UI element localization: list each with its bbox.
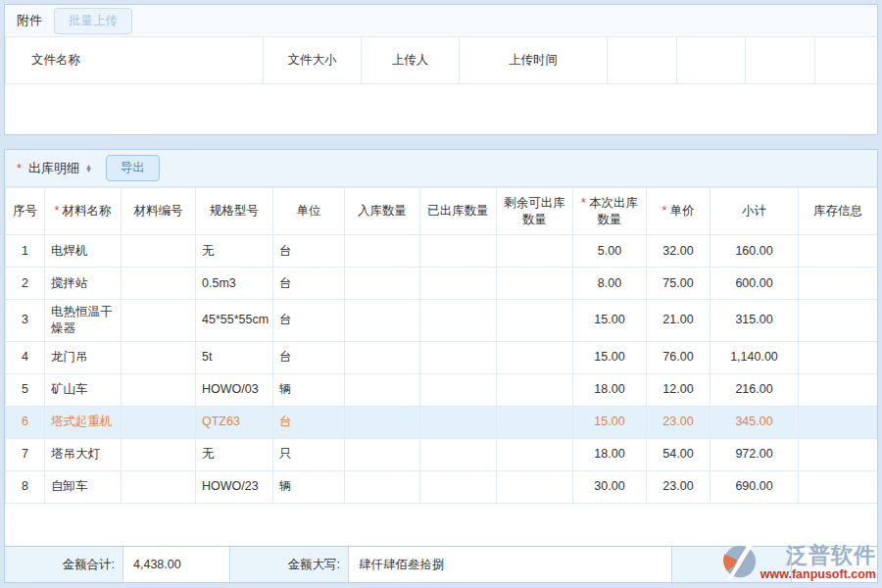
cell-spec: 5t — [196, 341, 273, 373]
spinner-down-icon[interactable]: ▼ — [85, 169, 92, 172]
cell-stock — [799, 373, 878, 406]
cell-no: 3 — [6, 300, 45, 342]
attachment-header-row: 文件名称文件大小上传人上传时间 — [6, 37, 878, 84]
cell-unit: 只 — [273, 438, 345, 470]
cell-no: 2 — [6, 268, 45, 300]
total-amount-label: 金额合计: — [5, 547, 122, 582]
cell-cur_qty: 15.00 — [573, 406, 647, 438]
cell-name: 电热恒温干燥器 — [45, 300, 122, 342]
detail-panel: * 出库明细 ▲ ▼ 导出 序号*材料名称材料编号规格型号单位入库数量已出库数量… — [4, 149, 878, 583]
summary-spacer — [672, 547, 792, 582]
attachment-table: 文件名称文件大小上传人上传时间 — [5, 36, 878, 84]
cell-name: 龙门吊 — [45, 341, 122, 373]
cell-in_qty — [345, 235, 420, 268]
detail-col-label: 单位 — [297, 204, 321, 218]
table-row[interactable]: 4龙门吊5t台15.0076.001,140.00 — [6, 341, 878, 373]
cell-cur_qty: 8.00 — [573, 268, 647, 300]
detail-header-row: 序号*材料名称材料编号规格型号单位入库数量已出库数量剩余可出库数量*本次出库数量… — [6, 188, 878, 235]
cell-spec: 0.5m3 — [196, 268, 273, 300]
required-asterisk: * — [55, 204, 60, 218]
cell-name: 电焊机 — [45, 235, 122, 268]
detail-table: 序号*材料名称材料编号规格型号单位入库数量已出库数量剩余可出库数量*本次出库数量… — [5, 187, 878, 504]
cell-in_qty — [345, 268, 420, 300]
cell-out_qty — [420, 268, 497, 300]
detail-col-code: 材料编号 — [122, 188, 196, 235]
cell-code — [122, 235, 196, 268]
cell-cur_qty: 15.00 — [573, 300, 647, 342]
cell-out_qty — [420, 300, 497, 342]
cell-unit: 台 — [273, 300, 345, 342]
cell-price: 23.00 — [647, 470, 710, 503]
cell-unit: 台 — [273, 268, 345, 300]
detail-col-label: 本次出库数量 — [589, 196, 638, 226]
table-row[interactable]: 3电热恒温干燥器45*55*55cm台15.0021.00315.00 — [6, 300, 878, 342]
cell-spec: HOWO/23 — [196, 470, 273, 503]
cell-code — [122, 470, 196, 503]
detail-col-label: 入库数量 — [358, 204, 407, 218]
cell-cur_qty: 18.00 — [573, 438, 647, 470]
detail-col-label: 剩余可出库数量 — [504, 196, 565, 226]
table-row[interactable]: 7塔吊大灯无只18.0054.00972.00 — [6, 438, 878, 470]
cell-subtotal: 972.00 — [710, 438, 799, 470]
cell-name: 自卸车 — [45, 470, 122, 503]
table-row[interactable]: 2搅拌站0.5m3台8.0075.00600.00 — [6, 268, 878, 300]
detail-toolbar: * 出库明细 ▲ ▼ 导出 — [5, 150, 877, 187]
page: 附件 批量上传 文件名称文件大小上传人上传时间 * 出库明细 ▲ ▼ 导出 — [0, 0, 882, 588]
cell-stock — [799, 470, 878, 503]
cell-name: 塔吊大灯 — [45, 438, 122, 470]
export-button[interactable]: 导出 — [106, 155, 160, 181]
cell-name: 矿山车 — [45, 373, 122, 406]
table-row[interactable]: 8自卸车HOWO/23辆30.0023.00690.00 — [6, 470, 878, 503]
spinner-control[interactable]: ▲ ▼ — [85, 165, 92, 172]
attachment-col-header — [815, 37, 878, 84]
cell-subtotal: 160.00 — [710, 235, 799, 268]
batch-upload-button[interactable]: 批量上传 — [54, 8, 132, 34]
cell-remain_qty — [497, 373, 573, 406]
cell-code — [122, 300, 196, 342]
cell-stock — [799, 341, 878, 373]
table-row[interactable]: 6塔式起重机QTZ63台15.0023.00345.00 — [6, 406, 878, 438]
detail-col-label: 材料编号 — [134, 204, 183, 218]
amount-in-words-label: 金额大写: — [230, 547, 348, 582]
detail-col-label: 小计 — [742, 204, 766, 218]
detail-table-body: 1电焊机无台5.0032.00160.002搅拌站0.5m3台8.0075.00… — [6, 235, 878, 504]
cell-in_qty — [345, 470, 420, 503]
cell-remain_qty — [497, 341, 573, 373]
cell-no: 6 — [6, 406, 45, 438]
cell-unit: 台 — [273, 341, 345, 373]
detail-col-in_qty: 入库数量 — [345, 188, 420, 235]
cell-out_qty — [420, 470, 497, 503]
cell-price: 21.00 — [647, 300, 710, 342]
detail-col-label: 单价 — [669, 204, 694, 218]
detail-col-label: 序号 — [13, 204, 37, 218]
table-row[interactable]: 1电焊机无台5.0032.00160.00 — [6, 235, 878, 268]
detail-col-price: *单价 — [647, 188, 710, 235]
attachment-col-header — [608, 37, 677, 84]
cell-in_qty — [345, 438, 420, 470]
cell-cur_qty: 30.00 — [573, 470, 647, 503]
cell-stock — [799, 438, 878, 470]
cell-code — [122, 268, 196, 300]
detail-col-unit: 单位 — [273, 188, 345, 235]
cell-cur_qty: 15.00 — [573, 341, 647, 373]
cell-stock — [799, 235, 878, 268]
cell-unit: 台 — [273, 406, 345, 438]
cell-spec: 无 — [196, 438, 273, 470]
detail-title: 出库明细 — [28, 160, 79, 177]
table-row[interactable]: 5矿山车HOWO/03辆18.0012.00216.00 — [6, 373, 878, 406]
cell-remain_qty — [497, 235, 573, 268]
cell-spec: 无 — [196, 235, 273, 268]
attachment-panel: 附件 批量上传 文件名称文件大小上传人上传时间 — [4, 4, 878, 135]
cell-in_qty — [345, 300, 420, 342]
cell-no: 1 — [6, 235, 45, 268]
summary-spacer — [792, 547, 877, 582]
cell-subtotal: 1,140.00 — [710, 341, 799, 373]
cell-subtotal: 600.00 — [710, 268, 799, 300]
cell-price: 32.00 — [647, 235, 710, 268]
attachment-col-header: 上传时间 — [460, 37, 608, 84]
required-asterisk: * — [662, 204, 667, 218]
cell-subtotal: 216.00 — [710, 373, 799, 406]
cell-spec: HOWO/03 — [196, 373, 273, 406]
cell-stock — [799, 268, 878, 300]
detail-col-no: 序号 — [6, 188, 45, 235]
